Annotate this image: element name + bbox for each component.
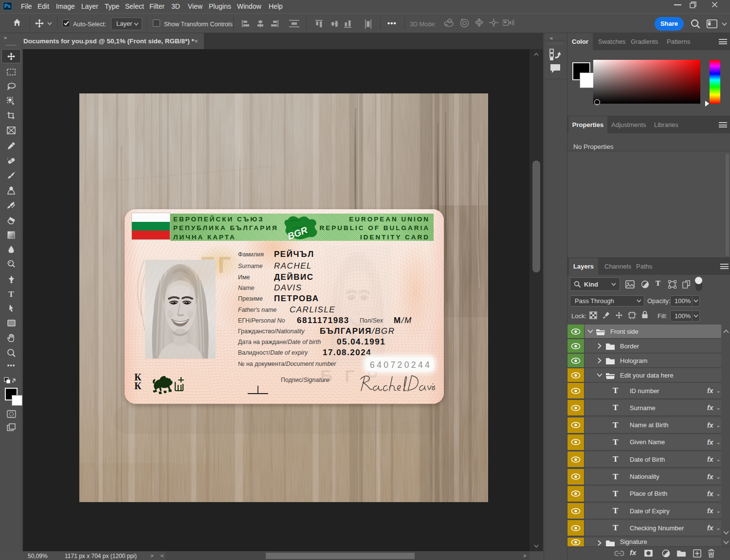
svg-text:T: T [8,289,14,298]
